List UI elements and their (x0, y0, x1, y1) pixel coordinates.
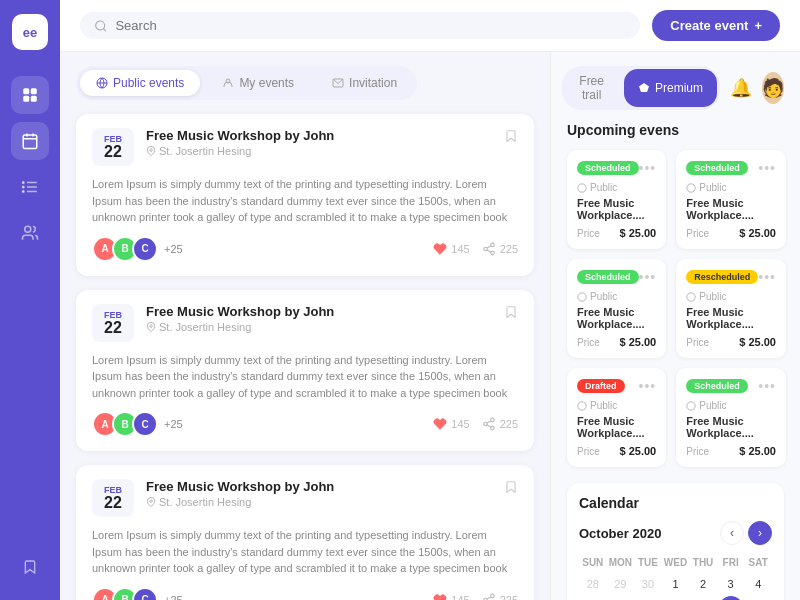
upcoming-title: Free Music Workplace.... (577, 306, 656, 330)
calendar-day[interactable]: 3 (719, 572, 743, 596)
calendar-day[interactable]: 10 (719, 596, 743, 600)
upcoming-card: Scheduled ••• Public Free Music Workplac… (567, 259, 666, 358)
calendar-month: October 2020 (579, 526, 661, 541)
search-box[interactable] (80, 12, 640, 39)
price-value: $ 25.00 (620, 336, 657, 348)
sidebar-item-home[interactable] (11, 76, 49, 114)
calendar-day[interactable]: 2 (691, 572, 715, 596)
calendar-day[interactable]: 29 (608, 572, 632, 596)
more-options-button[interactable]: ••• (758, 269, 776, 285)
more-options-button[interactable]: ••• (758, 160, 776, 176)
calendar-day[interactable]: 28 (581, 572, 605, 596)
premium-plan-button[interactable]: Premium (624, 69, 717, 107)
svg-point-24 (490, 251, 494, 255)
more-options-button[interactable]: ••• (639, 269, 657, 285)
share-button[interactable]: 225 (482, 593, 518, 601)
like-button[interactable]: 145 (433, 242, 469, 256)
svg-point-21 (150, 149, 153, 152)
search-input[interactable] (115, 18, 626, 33)
share-count: 225 (500, 418, 518, 430)
calendar-day[interactable]: 8 (663, 596, 687, 600)
tab-invitation[interactable]: Invitation (316, 70, 413, 96)
calendar-section: Calendar October 2020 ‹ › SUNMONTUEWEDTH… (567, 483, 784, 600)
bookmark-icon[interactable] (504, 128, 518, 148)
calendar-day-header: THU (689, 553, 717, 572)
calendar-day[interactable]: 5 (581, 596, 605, 600)
status-badge: Rescheduled (686, 270, 758, 284)
calendar-day[interactable]: 11 (746, 596, 770, 600)
upcoming-title: Free Music Workplace.... (577, 197, 656, 221)
like-count: 145 (451, 594, 469, 601)
calendar-day[interactable]: 6 (608, 596, 632, 600)
calendar-day[interactable]: 4 (746, 572, 770, 596)
event-title: Free Music Workshop by John (146, 479, 492, 494)
calendar-title: Calendar (579, 495, 639, 511)
event-card: FEB 22 Free Music Workshop by John St. J… (76, 465, 534, 600)
sidebar-item-users[interactable] (11, 214, 49, 252)
svg-rect-0 (23, 88, 29, 94)
like-button[interactable]: 145 (433, 593, 469, 601)
status-badge: Scheduled (686, 379, 748, 393)
diamond-icon (638, 82, 650, 94)
event-card: FEB 22 Free Music Workshop by John St. J… (76, 114, 534, 276)
svg-marker-47 (639, 83, 649, 92)
svg-point-28 (490, 418, 494, 422)
next-month-button[interactable]: › (748, 521, 772, 545)
more-options-button[interactable]: ••• (758, 378, 776, 394)
event-day: 22 (102, 320, 124, 336)
more-options-button[interactable]: ••• (639, 160, 657, 176)
tab-public-events[interactable]: Public events (80, 70, 200, 96)
event-title: Free Music Workshop by John (146, 304, 492, 319)
svg-line-38 (487, 596, 491, 598)
svg-point-48 (578, 183, 586, 191)
calendar-day-header: MON (607, 553, 635, 572)
calendar-nav: ‹ › (720, 521, 772, 545)
upcoming-card: Scheduled ••• Public Free Music Workplac… (676, 150, 786, 249)
share-count: 225 (500, 243, 518, 255)
calendar-day[interactable]: 9 (691, 596, 715, 600)
bookmark-icon[interactable] (504, 479, 518, 499)
calendar-day[interactable]: 7 (636, 596, 660, 600)
share-button[interactable]: 225 (482, 242, 518, 256)
prev-month-button[interactable]: ‹ (720, 521, 744, 545)
calendar-day[interactable]: 1 (663, 572, 687, 596)
svg-line-26 (487, 245, 491, 247)
sidebar-item-list[interactable] (11, 168, 49, 206)
user-avatar[interactable]: 🧑 (762, 72, 784, 104)
upcoming-title: Free Music Workplace.... (577, 415, 656, 439)
share-button[interactable]: 225 (482, 417, 518, 431)
event-card: FEB 22 Free Music Workshop by John St. J… (76, 290, 534, 452)
upcoming-grid: Scheduled ••• Public Free Music Workplac… (567, 150, 784, 467)
like-button[interactable]: 145 (433, 417, 469, 431)
search-icon-right[interactable] (550, 78, 552, 94)
upcoming-section-title: Upcoming evens (567, 122, 784, 138)
more-options-button[interactable]: ••• (639, 378, 657, 394)
status-badge: Scheduled (577, 270, 639, 284)
free-plan-button[interactable]: Free trail (565, 69, 618, 107)
tab-my-events[interactable]: My events (206, 70, 310, 96)
svg-point-50 (578, 292, 586, 300)
sidebar-item-bookmark[interactable] (11, 548, 49, 586)
status-badge: Drafted (577, 379, 625, 393)
calendar-day-header: TUE (634, 553, 662, 572)
calendar-day[interactable]: 30 (636, 572, 660, 596)
event-description: Lorem Ipsum is simply dummy text of the … (92, 352, 518, 402)
event-actions: 145 225 (433, 417, 518, 431)
upcoming-visibility: Public (577, 182, 656, 193)
create-event-button[interactable]: Create event + (652, 10, 780, 41)
svg-rect-4 (23, 135, 37, 149)
event-avatars: A B C +25 (92, 236, 183, 262)
bookmark-icon[interactable] (504, 304, 518, 324)
search-icon (94, 19, 107, 33)
event-date-box: FEB 22 (92, 304, 134, 342)
svg-point-51 (687, 292, 695, 300)
event-actions: 145 225 (433, 242, 518, 256)
avatar-count: +25 (164, 418, 183, 430)
upcoming-visibility: Public (686, 182, 776, 193)
upcoming-card: Rescheduled ••• Public Free Music Workpl… (676, 259, 786, 358)
notification-icon[interactable]: 🔔 (730, 77, 752, 99)
sidebar-item-calendar[interactable] (11, 122, 49, 160)
app-logo[interactable]: ee (12, 14, 48, 50)
upcoming-card: Scheduled ••• Public Free Music Workplac… (567, 150, 666, 249)
event-avatars: A B C +25 (92, 411, 183, 437)
